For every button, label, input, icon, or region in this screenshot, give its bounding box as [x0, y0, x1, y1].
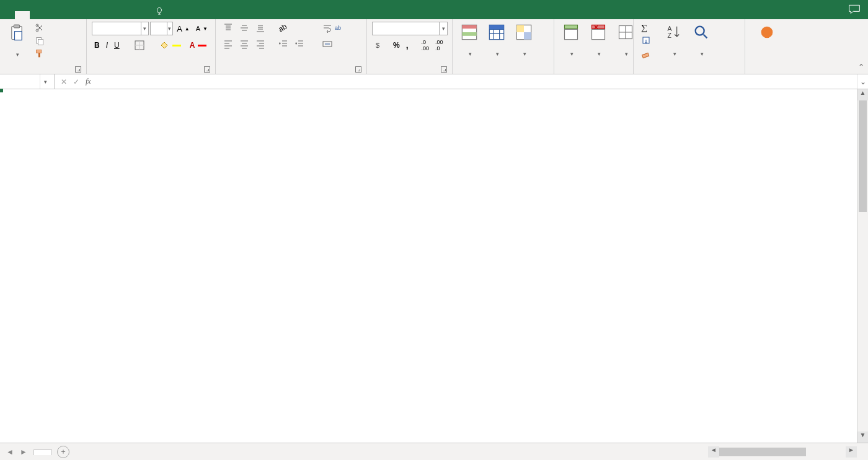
scroll-up-button[interactable]: ▲ [857, 89, 868, 100]
tab-insert[interactable] [30, 11, 45, 19]
addins-button[interactable] [755, 22, 779, 44]
expand-formula-bar-button[interactable]: ⌄ [857, 74, 868, 89]
tab-review[interactable] [104, 11, 119, 19]
svg-point-29 [696, 27, 704, 35]
svg-rect-14 [462, 32, 476, 36]
merge-center-button[interactable] [320, 38, 346, 50]
font-dialog-launcher[interactable] [204, 66, 210, 73]
tab-help[interactable] [134, 11, 149, 19]
new-sheet-button[interactable]: ＋ [57, 446, 69, 458]
font-name-combo[interactable]: ▾ [92, 22, 149, 35]
copy-button[interactable] [32, 35, 52, 47]
svg-rect-16 [489, 25, 503, 29]
collapse-ribbon-button[interactable]: ⌃ [858, 63, 864, 71]
svg-rect-18 [516, 25, 524, 32]
cancel-formula-button[interactable]: ✕ [61, 77, 67, 86]
increase-decimal-button[interactable]: .0.00 [419, 39, 432, 51]
horizontal-scrollbar[interactable]: ◄ ► [708, 446, 857, 458]
percent-button[interactable]: % [391, 39, 402, 51]
format-painter-button[interactable] [32, 48, 52, 60]
cut-button[interactable] [32, 22, 52, 34]
align-right-button[interactable] [253, 38, 268, 50]
sheet-nav-prev[interactable]: ◄ [4, 446, 16, 458]
italic-button[interactable]: I [104, 39, 110, 51]
delete-cells-button[interactable] [587, 22, 610, 60]
bold-button[interactable]: B [92, 39, 102, 51]
chevron-down-icon[interactable]: ▾ [439, 22, 447, 35]
chevron-down-icon[interactable]: ▾ [141, 22, 148, 35]
paste-icon [8, 24, 25, 42]
scroll-down-button[interactable]: ▼ [857, 431, 868, 443]
formula-input[interactable] [97, 77, 857, 86]
name-box-input[interactable] [0, 77, 40, 86]
align-bottom-button[interactable] [253, 22, 268, 34]
tab-page-layout[interactable] [60, 11, 74, 19]
number-format-input[interactable] [373, 24, 439, 33]
format-as-table-button[interactable] [485, 22, 508, 60]
fill-color-button[interactable] [157, 39, 186, 51]
tab-data[interactable] [89, 11, 104, 19]
orientation-button[interactable]: ab [276, 22, 291, 34]
find-select-button[interactable] [689, 22, 713, 60]
chevron-down-icon[interactable]: ▾ [40, 74, 51, 89]
sheet-nav-next[interactable]: ► [17, 446, 30, 458]
tab-draw[interactable] [45, 11, 60, 19]
sigma-icon: ∑ [641, 23, 647, 33]
chevron-down-icon[interactable]: ▾ [167, 22, 172, 35]
comma-button[interactable]: , [404, 39, 411, 51]
tell-me-search[interactable] [149, 7, 174, 19]
increase-font-button[interactable]: A▲ [174, 22, 192, 35]
font-name-input[interactable] [92, 24, 141, 33]
decrease-indent-button[interactable] [276, 38, 291, 50]
scroll-right-button[interactable]: ► [846, 446, 857, 458]
decrease-decimal-button[interactable]: .00.0 [433, 39, 446, 51]
font-size-input[interactable] [151, 24, 167, 33]
autosum-button[interactable]: ∑ [639, 22, 658, 34]
sheet-tab[interactable] [33, 449, 52, 455]
tab-formulas[interactable] [74, 11, 89, 19]
scroll-left-button[interactable]: ◄ [708, 446, 719, 458]
merge-icon [322, 39, 332, 49]
tab-file[interactable] [0, 11, 15, 19]
clipboard-dialog-launcher[interactable] [75, 66, 81, 73]
borders-button[interactable] [132, 39, 149, 51]
conditional-formatting-button[interactable] [458, 22, 481, 60]
align-center-button[interactable] [237, 38, 252, 50]
group-cells [554, 19, 634, 74]
comments-icon[interactable] [848, 4, 861, 17]
accounting-format-button[interactable]: $ [372, 39, 389, 51]
fx-button[interactable]: fx [86, 77, 91, 86]
fill-down-icon [641, 36, 651, 46]
number-dialog-launcher[interactable] [441, 66, 447, 73]
alignment-dialog-launcher[interactable] [355, 66, 361, 73]
cell-styles-button[interactable] [512, 22, 536, 60]
conditional-icon [461, 24, 478, 41]
number-format-combo[interactable]: ▾ [372, 22, 448, 35]
font-color-button[interactable]: A [187, 39, 212, 51]
name-box[interactable]: ▾ [0, 74, 55, 89]
fill-button[interactable] [639, 35, 658, 47]
accept-formula-button[interactable]: ✓ [73, 77, 79, 86]
align-top-button[interactable] [221, 22, 236, 34]
tab-view[interactable] [119, 11, 134, 19]
sort-filter-button[interactable]: AZ [662, 22, 686, 60]
font-size-combo[interactable]: ▾ [150, 22, 173, 35]
worksheet-grid[interactable]: ▲ ▼ [0, 89, 868, 443]
decrease-font-button[interactable]: A▼ [193, 22, 210, 35]
increase-indent-button[interactable] [292, 38, 307, 50]
wrap-text-button[interactable]: ab [320, 22, 346, 34]
align-left-button[interactable] [221, 38, 236, 50]
align-middle-button[interactable] [237, 22, 252, 34]
insert-cells-button[interactable] [559, 22, 583, 60]
search-icon [693, 24, 710, 41]
svg-text:A: A [668, 25, 672, 32]
underline-button[interactable]: U [112, 39, 125, 51]
scroll-thumb[interactable] [859, 100, 867, 212]
svg-rect-19 [524, 32, 531, 40]
tab-home[interactable] [15, 11, 30, 19]
paste-button[interactable] [5, 22, 29, 60]
clear-button[interactable] [639, 48, 658, 60]
svg-text:Z: Z [668, 32, 672, 39]
vertical-scrollbar[interactable]: ▲ ▼ [857, 89, 868, 443]
scroll-thumb[interactable] [719, 448, 806, 456]
